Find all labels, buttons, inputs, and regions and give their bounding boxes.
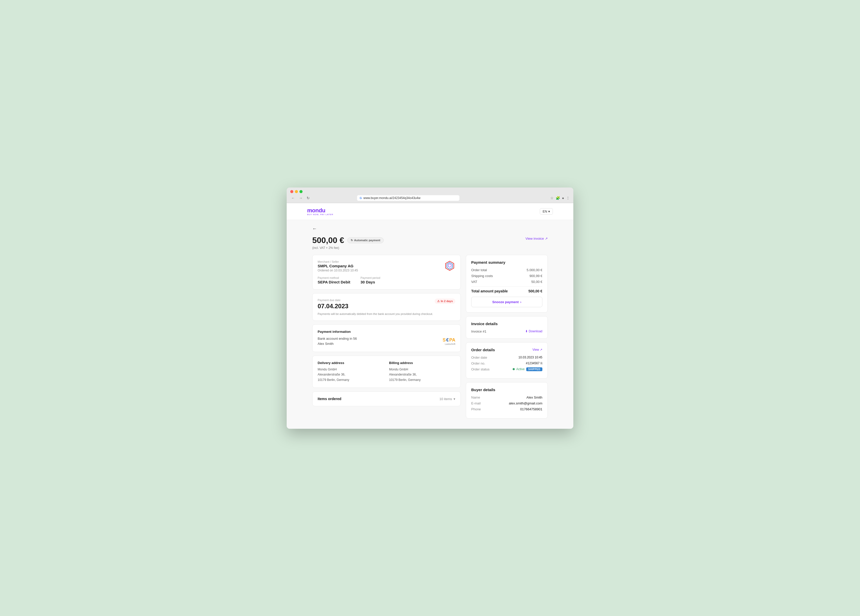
snooze-label: Snooze payment <box>492 300 519 304</box>
shipping-row: Shipping costs 900,99 € <box>471 274 542 278</box>
site-header: mondu BUY NOW, PAY LATER EN ▾ <box>287 203 573 220</box>
bookmark-icon[interactable]: ☆ <box>550 196 554 200</box>
order-date-row: Order date 10.03.2023 10:45 <box>471 356 542 359</box>
amount-note: (incl. VAT + 2% fee) <box>312 246 384 250</box>
download-icon: ⬇ <box>525 329 528 333</box>
logo-tagline: BUY NOW, PAY LATER <box>307 213 333 216</box>
page-content: mondu BUY NOW, PAY LATER EN ▾ ← 500,00 €… <box>287 203 573 429</box>
order-total-value: 5.000,00 € <box>527 268 542 272</box>
view-invoice-label: View invoice <box>526 237 544 240</box>
merchant-info: Merchant / Seller SMPL Company AG Ordere… <box>318 260 380 284</box>
url-text: www.buyer.mondu.ai/2423454q34o43u4w <box>364 196 421 200</box>
auto-payment-badge: ↻ Automatic payment <box>347 237 384 243</box>
sepa-logo: S € PA <box>443 337 455 343</box>
copy-icon[interactable]: ⎘ <box>541 362 542 365</box>
order-no-row: Order no. #1234567 ⎘ <box>471 362 542 365</box>
forward-button[interactable]: → <box>298 196 304 201</box>
status-row: Active SHIPPED <box>513 367 542 371</box>
chevron-right-icon: › <box>520 300 521 304</box>
total-label: Total amount payable <box>471 289 508 293</box>
order-details-title: Order details <box>471 348 495 352</box>
items-count: 10 items ▾ <box>439 397 455 401</box>
order-details-card: Order details View ↗ Order date 10.03.20… <box>466 342 548 379</box>
dot-green[interactable] <box>300 190 303 193</box>
buyer-name-value: Alex Smith <box>526 395 542 399</box>
sepa-e: € <box>446 337 449 343</box>
main-container: ← 500,00 € ↻ Automatic payment (incl. VA… <box>307 220 553 429</box>
two-col-layout: Merchant / Seller SMPL Company AG Ordere… <box>312 255 548 419</box>
payment-info-card: Payment information Bank account ending … <box>312 324 461 352</box>
language-selector[interactable]: EN ▾ <box>540 208 553 215</box>
external-link-icon: ↗ <box>540 348 542 351</box>
payment-method-label: Payment method <box>318 276 350 279</box>
snooze-payment-button[interactable]: Snooze payment › <box>471 297 542 307</box>
order-date-label: Order date <box>471 356 487 359</box>
buyer-email-label: E-mail <box>471 401 481 405</box>
back-button[interactable]: ← <box>312 226 317 232</box>
chevron-down-icon: ▾ <box>454 397 455 401</box>
order-total-label: Order total <box>471 268 487 272</box>
order-date: Ordered on 10.03.2023 10:45 <box>318 269 380 272</box>
dot-red[interactable] <box>290 190 293 193</box>
order-status-row: Order status Active SHIPPED <box>471 367 542 371</box>
back-button[interactable]: ← <box>290 196 296 201</box>
sepa-pa: PA <box>449 337 455 343</box>
view-invoice-link[interactable]: View invoice ↗ <box>526 237 548 240</box>
browser-chrome: ← → ↻ G www.buyer.mondu.ai/2423454q34o43… <box>287 188 573 203</box>
sepa-sub: Lastschrift <box>443 343 455 345</box>
download-button[interactable]: ⬇ Download <box>525 329 542 333</box>
reload-button[interactable]: ↻ <box>306 196 311 201</box>
order-date-value: 10.03.2023 10:45 <box>519 356 542 359</box>
payment-method-item: Payment method SEPA Direct Debit <box>318 276 350 284</box>
sepa-logo-section: S € PA Lastschrift <box>443 337 455 345</box>
invoice-label: Invoice #1 <box>471 329 486 333</box>
amount-section: 500,00 € ↻ Automatic payment (incl. VAT … <box>312 236 384 250</box>
svg-marker-1 <box>447 262 452 269</box>
order-details-header: Order details View ↗ <box>471 348 542 352</box>
auto-payment-icon: ↻ <box>351 239 353 242</box>
bank-line2: Alex Smith <box>318 341 357 346</box>
active-label: Active <box>516 367 525 371</box>
invoice-row: Invoice #1 ⬇ Download <box>471 329 542 333</box>
amount-value: 500,00 € <box>312 236 344 245</box>
address-bar[interactable]: G www.buyer.mondu.ai/2423454q34o43u4w <box>357 195 460 201</box>
invoice-details-card: Invoice details Invoice #1 ⬇ Download <box>466 316 548 339</box>
logo-text: mondu <box>307 207 333 214</box>
menu-icon[interactable]: ⋮ <box>566 196 570 200</box>
due-badge: ⚠ In 2 days <box>435 299 455 304</box>
payment-info-title: Payment information <box>318 330 455 334</box>
profile-icon[interactable]: ● <box>562 196 564 200</box>
delivery-address: Delivery address Mondu GmbHAlexanderstra… <box>318 361 384 382</box>
auto-payment-label: Automatic payment <box>354 239 380 242</box>
merchant-logo-icon <box>444 260 455 273</box>
external-link-icon: ↗ <box>545 237 548 240</box>
due-badge-text: In 2 days <box>441 299 453 303</box>
order-no-label: Order no. <box>471 362 485 365</box>
items-card[interactable]: Items ordered 10 items ▾ <box>312 391 461 406</box>
shipping-label: Shipping costs <box>471 274 493 278</box>
merchant-card: Merchant / Seller SMPL Company AG Ordere… <box>312 255 461 290</box>
dot-yellow[interactable] <box>295 190 298 193</box>
buyer-details-title: Buyer details <box>471 387 542 392</box>
buyer-name-row: Name Alex Smith <box>471 395 542 399</box>
extension-icon[interactable]: 🧩 <box>556 196 560 200</box>
payment-info-row: Bank account ending in 56 Alex Smith S €… <box>318 336 455 347</box>
amount-display: 500,00 € ↻ Automatic payment <box>312 236 384 245</box>
order-status-label: Order status <box>471 367 490 371</box>
invoice-details-title: Invoice details <box>471 321 542 326</box>
warning-icon: ⚠ <box>437 299 440 303</box>
summary-divider <box>471 286 542 287</box>
payment-due-header: Payment due date 07.04.2023 ⚠ In 2 days <box>318 299 455 311</box>
page-header: 500,00 € ↻ Automatic payment (incl. VAT … <box>312 236 548 250</box>
summary-title: Payment summary <box>471 260 542 265</box>
browser-window: ← → ↻ G www.buyer.mondu.ai/2423454q34o43… <box>287 188 573 429</box>
merchant-label: Merchant / Seller <box>318 260 380 263</box>
buyer-name-label: Name <box>471 395 480 399</box>
total-row: Total amount payable 500,00 € <box>471 289 542 293</box>
due-note: Payments will be automatically debited f… <box>318 312 455 315</box>
chevron-down-icon: ▾ <box>548 210 550 213</box>
bank-info: Bank account ending in 56 Alex Smith <box>318 336 357 347</box>
view-order-link[interactable]: View ↗ <box>532 348 542 351</box>
right-col: Payment summary Order total 5.000,00 € S… <box>466 255 548 419</box>
billing-label: Billing address <box>389 361 455 365</box>
